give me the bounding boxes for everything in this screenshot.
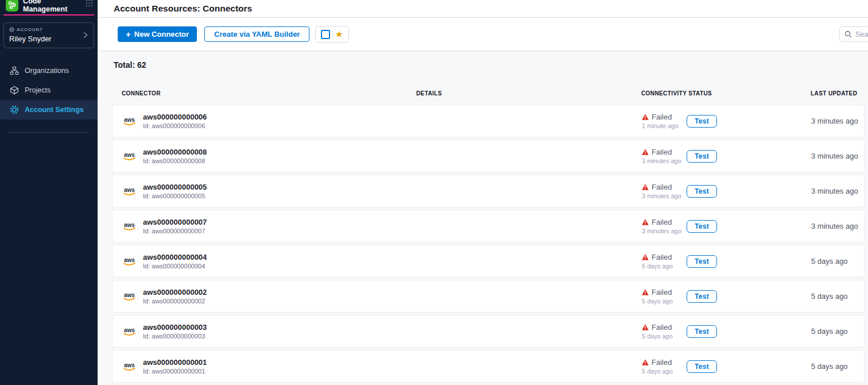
test-button[interactable]: Test xyxy=(687,255,717,268)
status-cell: Failed 3 minutes ago Test xyxy=(642,148,811,164)
svg-text:aws: aws xyxy=(124,257,135,263)
table-row[interactable]: aws aws000000000004 Id: aws000000000004 … xyxy=(112,245,865,278)
connector-text: aws000000000001 Id: aws000000000001 xyxy=(143,358,207,375)
cube-icon xyxy=(9,86,19,95)
warning-triangle-icon xyxy=(642,114,649,120)
test-button-label: Test xyxy=(695,292,709,301)
connector-id: Id: aws000000000008 xyxy=(143,157,207,164)
connector-text: aws000000000004 Id: aws000000000004 xyxy=(143,253,207,270)
table-row[interactable]: aws aws000000000007 Id: aws000000000007 … xyxy=(112,210,865,242)
status-cell: Failed 3 minutes ago Test xyxy=(642,183,811,199)
aws-logo-icon: aws xyxy=(122,186,138,197)
star-icon[interactable]: ★ xyxy=(335,30,343,39)
last-updated: 3 minutes ago xyxy=(811,187,864,195)
create-yaml-builder-button[interactable]: Create via YAML Builder xyxy=(204,26,309,42)
status-cell: Failed 5 days ago Test xyxy=(642,323,811,340)
connector-cell: aws aws000000000007 Id: aws000000000007 xyxy=(122,218,417,234)
table-row[interactable]: aws aws000000000005 Id: aws000000000005 … xyxy=(112,175,865,207)
apps-grid-icon[interactable] xyxy=(86,0,93,9)
aws-logo-icon: aws xyxy=(122,291,138,302)
status-block: Failed 3 minutes ago xyxy=(642,218,687,234)
connector-text: aws000000000008 Id: aws000000000008 xyxy=(143,148,207,164)
svg-text:aws: aws xyxy=(124,327,135,333)
sidebar-divider xyxy=(9,132,89,133)
aws-logo-icon: aws xyxy=(122,326,138,337)
svg-text:aws: aws xyxy=(124,362,135,368)
status-cell: Failed 5 days ago Test xyxy=(642,358,811,375)
table-header-row: CONNECTOR DETAILS CONNECTIVITY STATUS LA… xyxy=(112,84,865,102)
status-label: Failed xyxy=(652,218,672,226)
search-icon xyxy=(844,30,852,38)
new-connector-label: New Connector xyxy=(134,30,189,38)
test-button[interactable]: Test xyxy=(687,220,717,233)
status-cell: Failed 5 days ago Test xyxy=(642,288,811,305)
test-button-label: Test xyxy=(695,152,709,160)
test-button[interactable]: Test xyxy=(687,360,717,373)
toolbar: + New Connector Create via YAML Builder … xyxy=(98,18,868,51)
search-box xyxy=(839,26,868,42)
status-label: Failed xyxy=(652,183,672,191)
svg-text:aws: aws xyxy=(124,152,135,158)
connector-id: Id: aws000000000002 xyxy=(143,298,207,305)
search-input[interactable] xyxy=(855,30,868,38)
test-button[interactable]: Test xyxy=(687,185,717,198)
chevron-right-icon xyxy=(83,30,88,41)
aws-logo-icon: aws xyxy=(122,256,138,267)
connector-text: aws000000000006 Id: aws000000000006 xyxy=(143,113,207,129)
table-row[interactable]: aws aws000000000003 Id: aws000000000003 … xyxy=(112,315,865,348)
page-header: Account Resources: Connectors xyxy=(98,0,868,18)
status-time: 3 minutes ago xyxy=(642,192,687,199)
aws-logo-icon: aws xyxy=(122,151,138,161)
table-row[interactable]: aws aws000000000006 Id: aws000000000006 … xyxy=(112,105,865,137)
code-management-logo-icon[interactable] xyxy=(6,0,18,11)
favorites-checkbox[interactable] xyxy=(321,30,330,39)
connector-id: Id: aws000000000001 xyxy=(143,368,207,375)
status-time: 3 minutes ago xyxy=(642,157,687,164)
svg-text:aws: aws xyxy=(124,187,135,193)
warning-triangle-icon xyxy=(642,324,649,330)
sidebar-item-label: Projects xyxy=(25,86,51,94)
column-header-last-updated: LAST UPDATED xyxy=(811,90,865,97)
connector-cell: aws aws000000000002 Id: aws000000000002 xyxy=(122,288,417,305)
sidebar-item-projects[interactable]: Projects xyxy=(0,80,98,100)
table-row[interactable]: aws aws000000000002 Id: aws000000000002 … xyxy=(112,280,865,313)
test-button[interactable]: Test xyxy=(687,150,717,163)
last-updated: 5 days ago xyxy=(811,327,864,336)
test-button[interactable]: Test xyxy=(687,290,717,303)
sidebar-item-account-settings[interactable]: Account Settings xyxy=(0,100,98,120)
status-label: Failed xyxy=(652,148,672,156)
status-time: 5 days ago xyxy=(642,298,687,305)
account-selector[interactable]: ACCOUNT Riley Snyder xyxy=(3,22,94,48)
new-connector-button[interactable]: + New Connector xyxy=(118,26,197,42)
column-header-details: DETAILS xyxy=(416,90,641,97)
status-block: Failed 5 days ago xyxy=(642,358,687,375)
app-title: Code Management xyxy=(23,0,86,13)
test-button[interactable]: Test xyxy=(687,325,717,338)
connector-name: aws000000000002 xyxy=(143,288,207,297)
connector-name: aws000000000008 xyxy=(143,148,207,156)
last-updated: 5 days ago xyxy=(811,362,864,371)
warning-triangle-icon xyxy=(642,219,649,225)
sidebar-item-organizations[interactable]: Organizations xyxy=(0,61,98,80)
status-label: Failed xyxy=(652,113,672,121)
status-cell: Failed 1 minute ago Test xyxy=(642,113,811,129)
connector-name: aws000000000003 xyxy=(143,323,207,332)
test-button[interactable]: Test xyxy=(687,115,717,128)
warning-triangle-icon xyxy=(642,149,649,155)
status-block: Failed 3 minutes ago xyxy=(642,183,687,199)
last-updated: 5 days ago xyxy=(811,257,864,265)
connector-cell: aws aws000000000004 Id: aws000000000004 xyxy=(122,253,417,270)
sidebar-item-label: Organizations xyxy=(25,67,69,75)
status-block: Failed 5 days ago xyxy=(642,288,687,305)
account-label: ACCOUNT xyxy=(17,27,43,32)
status-block: Failed 5 days ago xyxy=(642,253,687,270)
favorites-filter-group: ★ xyxy=(315,26,348,43)
table-row[interactable]: aws aws000000000008 Id: aws000000000008 … xyxy=(112,140,865,172)
pink-accent-divider xyxy=(3,14,94,16)
account-label-row: ACCOUNT xyxy=(9,27,88,32)
table-row[interactable]: aws aws000000000001 Id: aws000000000001 … xyxy=(112,350,865,383)
connector-cell: aws aws000000000008 Id: aws000000000008 xyxy=(122,148,417,164)
connector-id: Id: aws000000000004 xyxy=(143,263,207,270)
connector-name: aws000000000004 xyxy=(143,253,207,261)
connector-name: aws000000000007 xyxy=(143,218,207,226)
